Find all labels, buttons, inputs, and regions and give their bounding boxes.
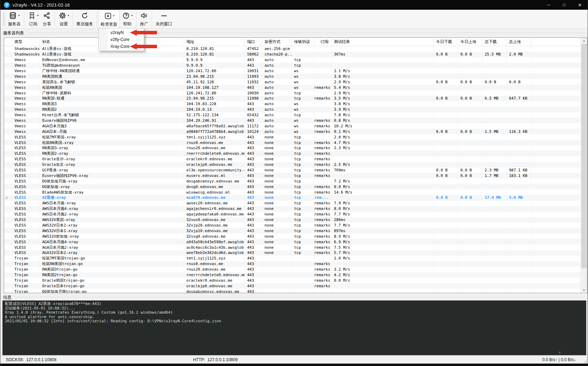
column-header-total-download[interactable]: 总下载 bbox=[482, 38, 506, 46]
close-button[interactable]: ✕ bbox=[572, 0, 588, 10]
column-header-subscription[interactable]: 订阅 bbox=[314, 38, 331, 46]
server-row[interactable]: VLESSOracle东京-xrayoraclejp0.ednovas.me44… bbox=[4, 162, 581, 168]
server-row[interactable]: VLESSOracle首尔-xrayoraclekr0.ednovas.me44… bbox=[4, 156, 581, 162]
column-header-today-download[interactable]: 今日下载 bbox=[433, 38, 458, 46]
server-row[interactable]: VLESSAWS日本月抛4-xrayagajpchensir0.ednovas.… bbox=[4, 206, 581, 212]
minimize-button[interactable]: ─ bbox=[541, 0, 556, 10]
chevron-down-icon[interactable]: ▾ bbox=[113, 15, 115, 17]
column-header-today-upload[interactable]: 今日上传 bbox=[458, 38, 482, 46]
server-row[interactable]: ✓VLESSAZ香港-xrayaza670.ednovas.me443nonet… bbox=[4, 195, 581, 201]
column-header-port[interactable]: 端口 bbox=[245, 38, 262, 46]
minimize-icon: ─ bbox=[547, 2, 550, 7]
server-row[interactable]: VLESS松鼠TMT美国-xraytmt1.syjj1125.xyz443non… bbox=[4, 134, 581, 140]
chevron-down-icon[interactable]: ▾ bbox=[68, 14, 69, 17]
server-row[interactable]: VLESSGCP香港-xrayel3e.opensourcecommunity.… bbox=[4, 168, 581, 173]
window-bottom-border bbox=[0, 364, 588, 366]
scroll-up-icon[interactable]: ▲ bbox=[581, 38, 587, 43]
toolbar-button-share[interactable]: 分享 bbox=[41, 10, 53, 28]
server-row[interactable]: ShadowsocksAli香港ss-游戏8.210.120.8147452ae… bbox=[4, 46, 581, 52]
resize-grip[interactable] bbox=[583, 359, 587, 363]
server-row[interactable]: TrojanRN美国2trojan-gornerrrchdelete0.edno… bbox=[4, 272, 581, 278]
server-row[interactable]: Vmess广移中转-莫斯科120.241.72.8010030autotcp2.… bbox=[4, 90, 581, 96]
chevron-down-icon[interactable]: ▾ bbox=[37, 14, 39, 17]
server-row[interactable]: Vmess美国原生-奈飞解锁45.11.92.12811032autows2.9… bbox=[4, 79, 581, 85]
server-row[interactable]: VLESSDO新加坡-xraydosg0.ednovas.me443nonetc… bbox=[4, 184, 581, 189]
server-row[interactable]: VmessRN美国联通23.94.98.21511093autows3.8 M/… bbox=[4, 74, 581, 79]
server-row[interactable]: VmessHinet台湾-奈飞解锁52.175.122.13465432auto… bbox=[4, 112, 581, 118]
server-row[interactable]: VLESSDO新加坡月抛-xraydosgabcmnxyz.ednovas.me… bbox=[4, 178, 581, 184]
console-line: Xray 1.4.0 (Xray, Penetrates Everything.… bbox=[5, 310, 584, 315]
server-row[interactable]: ShadowsocksAli香港ss-游戏8.210.120.8158062ch… bbox=[4, 52, 581, 57]
server-row[interactable]: VmessRN美国3104.19.83.228443autows3.8 M/s bbox=[4, 101, 581, 107]
column-header-test-result[interactable]: 测试结果 bbox=[331, 38, 433, 46]
server-row[interactable]: VmessRN美国-联通23.94.98.21511098autotcprema… bbox=[4, 96, 581, 101]
server-row[interactable]: VLESSAWS32V日本1-xray32vjp10.ednovas.me443… bbox=[4, 228, 581, 233]
server-row[interactable]: VmessEuserv德国纯IPV6104.20.246.91443autows… bbox=[4, 118, 581, 124]
server-row[interactable]: Trojan松鼠TMT美国trojan-gotmt1.syjj1125.xyz4… bbox=[4, 256, 581, 261]
toolbar-button-check-update[interactable]: ▾ 检查更新 v2rayN v2fly-Core Xray-Core bbox=[98, 10, 120, 28]
server-row[interactable]: VmessAGA日本月抛3a0afbace65f7f8a92.awsglob..… bbox=[4, 123, 581, 129]
toolbar-label: 服务器 bbox=[8, 21, 20, 27]
column-header-type[interactable]: 类型 bbox=[12, 38, 40, 46]
toolbar-label: 订阅 bbox=[29, 21, 38, 27]
server-row[interactable]: TrojanOracle韩国trojan-gooraclekr0.ednovas… bbox=[4, 278, 581, 283]
toolbar-label: 重启服务 bbox=[76, 21, 93, 27]
server-row[interactable]: VmessEdNovas云ednovas.me9.9.9.9443autotcp bbox=[4, 57, 581, 63]
toolbar-grip-handle[interactable] bbox=[2, 12, 5, 26]
server-row[interactable]: Trojan松鼠RN美国trojan-gornus0.ednovas.me443… bbox=[4, 261, 581, 267]
menu-item-v2fly-core[interactable]: v2fly-Core bbox=[99, 36, 144, 43]
server-list-table[interactable]: 类型 别名 地址 端口 加密方式 传输协议 订阅 测试结果 今日下载 今日上传 … bbox=[4, 37, 587, 293]
toolbar-button-promotion[interactable]: 推广 bbox=[138, 10, 150, 28]
server-row[interactable]: VLESSAGA32V日本2-xrayaee76eb3e362dcd6d.aws… bbox=[4, 250, 581, 256]
server-row[interactable]: TrojanOracle日本trojan-gooraclejp0.ednovas… bbox=[4, 283, 581, 289]
settings-gear-icon bbox=[58, 11, 67, 20]
toolbar-button-restart-service[interactable]: 重启服务 bbox=[74, 10, 95, 28]
maximize-button[interactable]: □ bbox=[556, 0, 572, 10]
server-row[interactable]: VLESSRN美国2-xrayrnerrrchdelete0.ednovas.m… bbox=[4, 151, 581, 156]
chevron-down-icon[interactable]: ▾ bbox=[131, 14, 133, 17]
message-console[interactable]: 配置成功[VLESS] AZ香港-xray(aza670***me:443) 启… bbox=[2, 300, 586, 355]
server-row[interactable]: VLESSAGA日本月抛2-xrayac0c4acc6c3a1c43b.awsg… bbox=[4, 245, 581, 250]
chevron-down-icon[interactable]: ∨ bbox=[558, 350, 561, 354]
server-database-icon bbox=[9, 11, 17, 20]
chevron-down-icon[interactable]: ▾ bbox=[18, 14, 19, 17]
menu-item-xray-core[interactable]: Xray-Core bbox=[99, 43, 144, 50]
toolbar-label: 帮助 bbox=[123, 21, 132, 27]
toolbar-button-servers[interactable]: ▾ 服务器 bbox=[6, 10, 23, 28]
server-row[interactable]: VLESSAWS日本月抛2-xrayagajpdeepfaka0.ednovas… bbox=[4, 212, 581, 217]
table-header-row[interactable]: 类型 别名 地址 端口 加密方式 传输协议 订阅 测试结果 今日下载 今日上传 … bbox=[4, 38, 581, 46]
menu-item-v2rayn[interactable]: v2rayN bbox=[99, 29, 144, 36]
subscription-bookmark-icon bbox=[28, 11, 36, 20]
server-row[interactable]: VmessRN美国2104.19.0.13443autows3.9 M/s bbox=[4, 107, 581, 112]
scrollbar-thumb[interactable] bbox=[581, 44, 587, 268]
server-row[interactable]: VLESSRN美国3-xrayrnus20.ednovas.me443nonet… bbox=[4, 145, 581, 151]
server-row[interactable]: VLESSAWS日本月抛-xrayawsec20.ednovas.me443no… bbox=[4, 201, 581, 206]
toolbar-button-help[interactable]: ▾ 帮助 bbox=[120, 10, 135, 28]
column-header-total-upload[interactable]: 总上传 bbox=[506, 38, 531, 46]
toolbar-button-settings[interactable]: ▾ 设置 bbox=[56, 10, 71, 28]
server-row[interactable]: Vmess松鼠RN美国104.19.108.127443autowsremark… bbox=[4, 85, 581, 90]
server-row[interactable]: VmessTG群组@ednovasyun9.9.9.9443autotcp bbox=[4, 63, 581, 68]
server-row[interactable]: VLESSAGA日本月抛4-xraya943a58cb43e598ef.awsg… bbox=[4, 239, 581, 245]
socks-proxy-status: SOCKS5: 127.0.0.1:10808 bbox=[6, 357, 56, 362]
server-row[interactable]: Vmess广移中转-RN美国联通120.241.72.8010031autows… bbox=[4, 68, 581, 74]
server-row[interactable]: VLESSAWS32V美国-xray32vus0.ednovas.me443no… bbox=[4, 217, 581, 223]
server-row[interactable]: VLESSAWS32V日本2-xray32vjp20.ednovas.me443… bbox=[4, 223, 581, 228]
column-header-transport[interactable]: 传输协议 bbox=[291, 38, 314, 46]
column-header-encryption[interactable]: 加密方式 bbox=[262, 38, 291, 46]
server-row[interactable]: TrojanDO新加坡月抛trojan-godosgabcmnxyz.ednov… bbox=[4, 289, 581, 293]
server-row[interactable]: VLESS松鼠RN美国-xrayrnus0.ednovas.me443nonet… bbox=[4, 140, 581, 145]
toolbar-button-close-window[interactable]: 关闭窗口 bbox=[154, 10, 174, 28]
toolbar-separator bbox=[55, 11, 55, 27]
column-header-address[interactable]: 地址 bbox=[184, 38, 245, 46]
server-row[interactable]: TrojanRN美国3trojan-gornus20.ednovas.me443… bbox=[4, 267, 581, 272]
server-row[interactable]: VLESSAWS32V新加坡-xray32vsg0.ednovas.me443n… bbox=[4, 233, 581, 239]
toolbar-separator bbox=[152, 11, 152, 27]
server-row[interactable]: VmessAGA日本-月抛a9848ff772a4788b4.awsglob..… bbox=[4, 129, 581, 134]
scroll-down-icon[interactable]: ▼ bbox=[581, 287, 587, 293]
toolbar-button-subscription[interactable]: ▾ 订阅 bbox=[26, 10, 41, 28]
vertical-scrollbar[interactable]: ▲ ▼ bbox=[581, 38, 587, 293]
server-row[interactable]: VLESSEuserv德国纯IPV6-xrayeuserv.ednovas.ml… bbox=[4, 173, 581, 178]
server-row[interactable]: VLESSBladeAWS新加坡-xraywixawssg.ednovas.ml… bbox=[4, 189, 581, 195]
column-header-selector[interactable] bbox=[4, 38, 12, 46]
